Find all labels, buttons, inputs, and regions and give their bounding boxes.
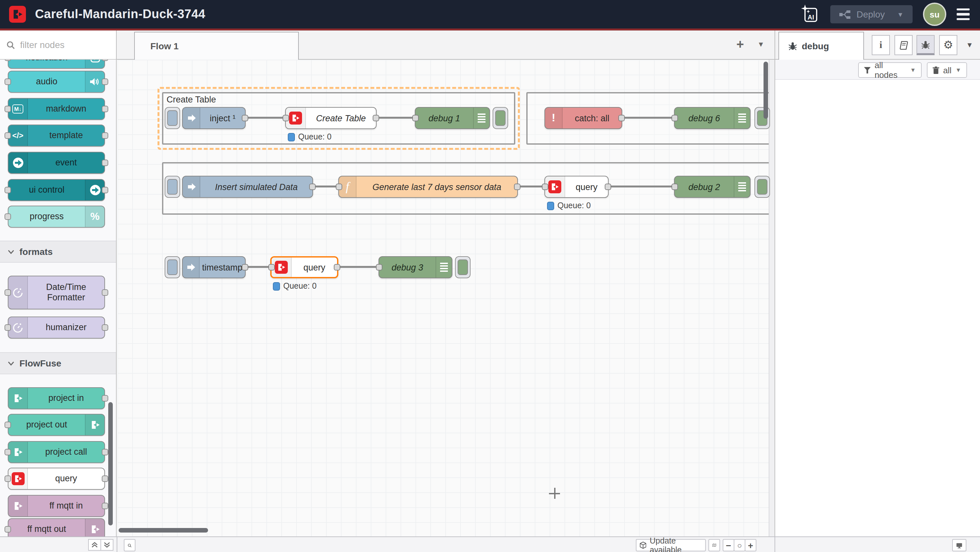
main-menu-button[interactable] [957, 8, 970, 21]
wire[interactable] [375, 117, 417, 119]
navigator-button[interactable] [708, 539, 720, 551]
node-timestamp[interactable]: timestamp [182, 256, 246, 278]
canvas-horizontal-scrollbar[interactable] [119, 528, 208, 533]
debug-toggle-button[interactable] [455, 256, 471, 278]
node-catch-all[interactable]: ! catch: all [544, 107, 622, 129]
palette-node-notification[interactable]: notification [8, 60, 105, 69]
output-port[interactable] [373, 115, 379, 121]
palette-node-progress[interactable]: progress % [8, 206, 105, 228]
palette-search-bar [0, 30, 117, 60]
palette-node-audio[interactable]: audio [8, 71, 105, 93]
node-debug-3[interactable]: debug 3 [379, 256, 452, 278]
deploy-button[interactable]: Deploy ▼ [830, 5, 913, 23]
output-port[interactable] [618, 115, 625, 121]
canvas-search-button[interactable] [124, 539, 135, 551]
caret-down-icon: ▼ [910, 67, 916, 73]
sidebar-tab-info[interactable]: i [872, 35, 890, 55]
timer-icon [8, 317, 28, 338]
debug-filter-bar: all nodes ▼ all ▼ [775, 60, 980, 80]
palette-node-markdown[interactable]: M↓ markdown [8, 98, 105, 120]
update-available-button[interactable]: Update available [636, 539, 706, 551]
inject-trigger-button[interactable] [165, 107, 180, 129]
sidebar-tab-help[interactable] [894, 35, 913, 55]
sidebar-tab-debug[interactable] [916, 35, 935, 55]
node-create-table[interactable]: Create Table [285, 107, 377, 129]
canvas-vertical-scrollbar[interactable] [764, 62, 768, 119]
output-port[interactable] [334, 264, 340, 271]
wire[interactable] [244, 117, 287, 119]
input-port[interactable] [283, 115, 289, 121]
zoom-in-button[interactable]: + [745, 539, 756, 551]
port-icon [102, 106, 108, 112]
palette-section-flowfuse[interactable]: FlowFuse [0, 352, 116, 374]
node-label: debug 1 [415, 108, 473, 128]
flowfuse-icon [85, 519, 104, 536]
map-icon [712, 542, 716, 549]
palette-node-project-out[interactable]: project out [8, 414, 105, 436]
debug-toggle-button[interactable] [754, 176, 770, 198]
ai-assistant-button[interactable]: AI [800, 5, 819, 24]
palette-node-datetime-formatter[interactable]: Date/Time Formatter [8, 276, 105, 310]
palette-node-project-in[interactable]: project in [8, 387, 105, 409]
node-generate-sensor-data[interactable]: f Generate last 7 days sensor data [338, 176, 518, 198]
palette-node-ff-mqtt-out[interactable]: ff mqtt out [8, 518, 105, 536]
output-port[interactable] [309, 183, 316, 190]
node-debug-2[interactable]: debug 2 [674, 176, 751, 198]
inject-trigger-button[interactable] [165, 256, 180, 278]
debug-toggle-button[interactable] [493, 107, 508, 129]
input-port[interactable] [671, 115, 678, 121]
open-dashboard-button[interactable] [952, 539, 966, 551]
node-inject-1[interactable]: inject ¹ [182, 107, 246, 129]
tab-debug-active[interactable]: debug [778, 32, 864, 60]
palette-scrollbar[interactable] [108, 402, 113, 525]
output-port[interactable] [242, 264, 248, 271]
input-port[interactable] [671, 183, 678, 190]
node-insert-simulated-data[interactable]: Insert simulated Data [182, 176, 313, 198]
status-dot [288, 132, 295, 141]
input-port[interactable] [412, 115, 419, 121]
palette-section-formats[interactable]: formats [0, 241, 116, 263]
wire[interactable] [337, 266, 379, 268]
search-input[interactable] [19, 39, 106, 51]
palette-node-query[interactable]: query [8, 467, 105, 490]
output-port[interactable] [605, 183, 611, 190]
user-avatar[interactable]: su [923, 3, 946, 26]
flow-canvas[interactable]: Create Table inject ¹ Create Table Queue… [117, 60, 775, 536]
caret-down-icon: ▼ [955, 67, 961, 73]
output-port[interactable] [242, 115, 248, 121]
inject-trigger-button[interactable] [165, 176, 180, 198]
port-icon [5, 106, 11, 112]
palette-node-template[interactable]: </> template [8, 124, 105, 147]
flowfuse-icon [8, 388, 28, 408]
add-flow-button[interactable]: + [732, 36, 748, 54]
zoom-reset-button[interactable]: ○ [734, 539, 745, 551]
input-port[interactable] [336, 183, 342, 190]
sidebar-tab-config[interactable]: ⚙ [939, 35, 957, 55]
node-debug-6[interactable]: debug 6 [674, 107, 751, 129]
input-port[interactable] [542, 183, 548, 190]
input-port[interactable] [376, 264, 382, 271]
deploy-caret-icon[interactable]: ▼ [897, 11, 904, 18]
tab-flow-1[interactable]: Flow 1 [134, 32, 299, 60]
debug-clear-button[interactable]: all ▼ [927, 62, 967, 78]
debug-filter-button[interactable]: all nodes ▼ [858, 62, 922, 78]
zoom-out-button[interactable]: − [723, 539, 734, 551]
palette-collapse-button[interactable] [88, 539, 101, 551]
wire[interactable] [607, 185, 676, 187]
node-query-2[interactable]: query [544, 176, 609, 198]
wire[interactable] [621, 117, 676, 119]
palette-node-event[interactable]: event [8, 152, 105, 174]
input-port[interactable] [268, 264, 275, 271]
palette-node-humanizer[interactable]: humanizer [8, 316, 105, 338]
output-port[interactable] [514, 183, 520, 190]
node-label: debug 6 [675, 108, 734, 128]
sidebar-caret-icon[interactable]: ▼ [962, 36, 977, 54]
node-debug-1[interactable]: debug 1 [415, 107, 490, 129]
status-dot [547, 201, 554, 210]
palette-expand-button[interactable] [100, 539, 113, 551]
palette-node-ff-mqtt-in[interactable]: ff mqtt in [8, 495, 105, 517]
palette-node-ui-control[interactable]: ui control [8, 179, 105, 201]
node-query-selected[interactable]: query [270, 256, 338, 278]
palette-node-project-call[interactable]: project call [8, 441, 105, 463]
flow-list-caret-icon[interactable]: ▼ [753, 36, 769, 54]
